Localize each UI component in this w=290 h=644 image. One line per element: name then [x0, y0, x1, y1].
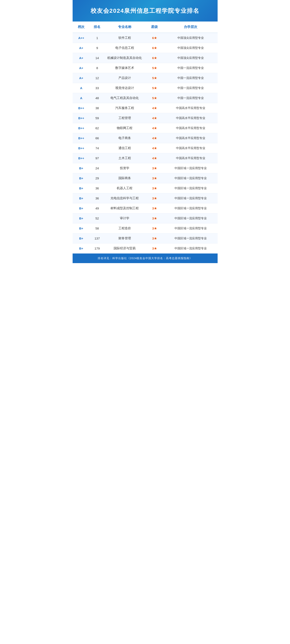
cell-level: 中国一流应用型专业 [164, 83, 217, 93]
col-header-stars: 星级 [145, 22, 164, 33]
table-row: B++66电子商务4★中国高水平应用型专业 [73, 133, 218, 143]
cell-major: 物联网工程 [104, 123, 145, 133]
cell-stars: 4★ [145, 133, 164, 143]
cell-major: 国际经济与贸易 [104, 244, 145, 254]
cell-tier: B+ [73, 163, 90, 173]
cell-major: 电气工程及其自动化 [104, 93, 145, 103]
cell-tier: B+ [73, 224, 90, 234]
table-row: B+52审计学3★中国区域一流应用型专业 [73, 214, 218, 224]
table-row: A33视觉传达设计5★中国一流应用型专业 [73, 83, 218, 93]
cell-rank: 59 [90, 113, 104, 123]
cell-level: 中国高水平应用型专业 [164, 123, 217, 133]
cell-stars: 4★ [145, 143, 164, 153]
cell-rank: 52 [90, 214, 104, 224]
col-header-level: 办学层次 [164, 22, 217, 33]
cell-level: 中国一流应用型专业 [164, 93, 217, 103]
cell-level: 中国区域一流应用型专业 [164, 183, 217, 193]
cell-major: 机械设计制造及其自动化 [104, 53, 145, 63]
cell-level: 中国区域一流应用型专业 [164, 204, 217, 214]
table-row: B+49材料成型及控制工程3★中国区域一流应用型专业 [73, 204, 218, 214]
cell-rank: 179 [90, 244, 104, 254]
cell-rank: 49 [90, 204, 104, 214]
cell-tier: A+ [73, 53, 90, 63]
cell-level: 中国区域一流应用型专业 [164, 173, 217, 183]
table-row: B++62物联网工程4★中国高水平应用型专业 [73, 123, 218, 133]
cell-tier: B+ [73, 234, 90, 244]
col-header-rank: 排名 [90, 22, 104, 33]
cell-rank: 48 [90, 93, 104, 103]
cell-rank: 24 [90, 163, 104, 173]
cell-stars: 6★ [145, 33, 164, 43]
cell-level: 中国区域一流应用型专业 [164, 163, 217, 173]
cell-level: 中国高水平应用型专业 [164, 153, 217, 163]
cell-rank: 12 [90, 73, 104, 83]
page-title: 校友会2024泉州信息工程学院专业排名 [77, 7, 213, 15]
cell-level: 中国一流应用型专业 [164, 73, 217, 83]
table-row: B+179国际经济与贸易3★中国区域一流应用型专业 [73, 244, 218, 254]
rankings-table: 档次 排名 专业名称 星级 办学层次 A++1软件工程6★中国顶尖应用型专业A+… [73, 22, 218, 254]
table-row: B++74通信工程4★中国高水平应用型专业 [73, 143, 218, 153]
cell-major: 视觉传达设计 [104, 83, 145, 93]
cell-tier: A+ [73, 43, 90, 53]
table-row: A+8数字媒体艺术5★中国一流应用型专业 [73, 63, 218, 73]
cell-major: 软件工程 [104, 33, 145, 43]
cell-tier: B+ [73, 214, 90, 224]
table-row: A+14机械设计制造及其自动化6★中国顶尖应用型专业 [73, 53, 218, 63]
cell-tier: A+ [73, 73, 90, 83]
col-header-tier: 档次 [73, 22, 90, 33]
table-row: B++38汽车服务工程4★中国高水平应用型专业 [73, 103, 218, 113]
cell-major: 财务管理 [104, 234, 145, 244]
cell-tier: A+ [73, 63, 90, 73]
cell-major: 电子信息工程 [104, 43, 145, 53]
table-header: 档次 排名 专业名称 星级 办学层次 [73, 22, 218, 33]
page-header: 校友会2024泉州信息工程学院专业排名 [73, 0, 218, 22]
cell-stars: 3★ [145, 163, 164, 173]
cell-tier: B++ [73, 143, 90, 153]
cell-major: 国际商务 [104, 173, 145, 183]
cell-stars: 3★ [145, 173, 164, 183]
table-wrapper: 档次 排名 专业名称 星级 办学层次 A++1软件工程6★中国顶尖应用型专业A+… [73, 22, 218, 254]
cell-major: 土木工程 [104, 153, 145, 163]
cell-level: 中国顶尖应用型专业 [164, 43, 217, 53]
cell-major: 产品设计 [104, 73, 145, 83]
cell-tier: A [73, 93, 90, 103]
table-row: A+12产品设计5★中国一流应用型专业 [73, 73, 218, 83]
cell-rank: 58 [90, 224, 104, 234]
cell-stars: 3★ [145, 214, 164, 224]
cell-stars: 3★ [145, 234, 164, 244]
cell-rank: 29 [90, 173, 104, 183]
cell-stars: 4★ [145, 113, 164, 123]
cell-tier: B++ [73, 123, 90, 133]
cell-tier: B++ [73, 103, 90, 113]
cell-major: 材料成型及控制工程 [104, 204, 145, 214]
page-container: 校友会2024泉州信息工程学院专业排名 档次 排名 专业名称 星级 办学层次 [73, 0, 218, 263]
page-footer: 排名详见：科学出版社《2024校友会中国大学排名：高考志愿填报指南》 [73, 254, 218, 263]
cell-level: 中国区域一流应用型专业 [164, 244, 217, 254]
cell-stars: 4★ [145, 103, 164, 113]
cell-stars: 6★ [145, 43, 164, 53]
cell-rank: 36 [90, 183, 104, 193]
cell-rank: 66 [90, 133, 104, 143]
table-body: A++1软件工程6★中国顶尖应用型专业A+9电子信息工程6★中国顶尖应用型专业A… [73, 33, 218, 254]
table-row: B+137财务管理3★中国区域一流应用型专业 [73, 234, 218, 244]
cell-tier: B++ [73, 113, 90, 123]
cell-major: 通信工程 [104, 143, 145, 153]
cell-level: 中国高水平应用型专业 [164, 133, 217, 143]
cell-stars: 3★ [145, 193, 164, 204]
cell-level: 中国顶尖应用型专业 [164, 53, 217, 63]
cell-level: 中国区域一流应用型专业 [164, 234, 217, 244]
cell-rank: 8 [90, 63, 104, 73]
footer-text: 排名详见：科学出版社《2024校友会中国大学排名：高考志愿填报指南》 [77, 256, 213, 260]
cell-tier: B+ [73, 204, 90, 214]
table-row: A48电气工程及其自动化5★中国一流应用型专业 [73, 93, 218, 103]
cell-tier: B+ [73, 173, 90, 183]
cell-rank: 74 [90, 143, 104, 153]
cell-level: 中国区域一流应用型专业 [164, 224, 217, 234]
cell-tier: B++ [73, 133, 90, 143]
cell-level: 中国区域一流应用型专业 [164, 214, 217, 224]
cell-major: 机器人工程 [104, 183, 145, 193]
table-row: B++97土木工程4★中国高水平应用型专业 [73, 153, 218, 163]
cell-level: 中国区域一流应用型专业 [164, 193, 217, 204]
cell-rank: 36 [90, 193, 104, 204]
cell-major: 数字媒体艺术 [104, 63, 145, 73]
